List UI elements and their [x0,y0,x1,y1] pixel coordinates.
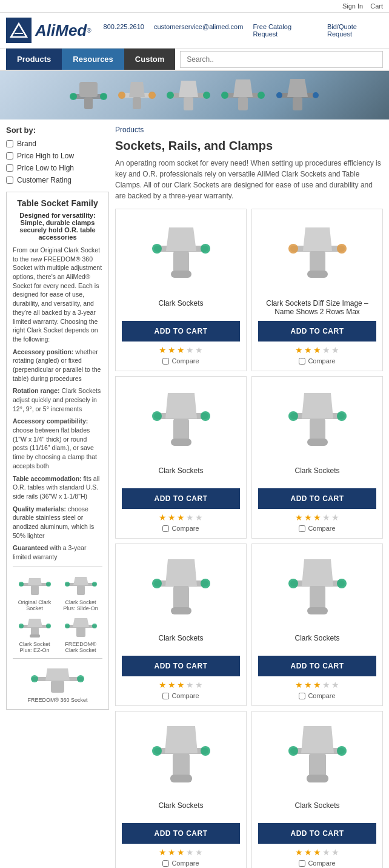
svg-point-52 [31,675,38,682]
svg-rect-92 [173,753,190,776]
svg-marker-34 [73,577,88,585]
add-to-cart-button-7[interactable]: ADD TO CART [122,823,240,844]
compare-checkbox-6[interactable] [299,693,305,699]
add-to-cart-button-8[interactable]: ADD TO CART [258,823,376,844]
product-name-5: Clark Sockets [158,634,203,651]
product-socket-svg-7 [151,721,211,793]
add-to-cart-button-1[interactable]: ADD TO CART [122,321,240,341]
compare-checkbox-8[interactable] [299,860,305,867]
socket-item-original: Original Clark Socket [13,572,56,611]
phone-link[interactable]: 800.225.2610 [104,23,144,38]
svg-marker-24 [287,79,308,97]
svg-rect-25 [293,97,302,110]
svg-rect-10 [133,97,141,109]
product-image-4 [258,383,376,462]
cart-link[interactable]: Cart [370,2,383,10]
svg-marker-39 [27,619,42,627]
product-socket-svg-1 [151,218,211,291]
signin-link[interactable]: Sign In [342,2,363,10]
compare-label-1: Compare [171,357,199,365]
nav-products[interactable]: Products [6,49,62,70]
svg-rect-5 [84,97,93,109]
header: AliMed® 800.225.2610 customerservice@ali… [0,13,389,49]
socket-family-grid: Original Clark Socket Clark Socket Plus:… [13,572,102,653]
svg-point-6 [70,93,77,100]
sidebar: Sort by: Brand Price High to Low Price L… [6,126,109,868]
sort-price-low[interactable]: Price Low to High [6,164,109,172]
svg-point-7 [100,93,107,100]
sort-brand-checkbox[interactable] [6,140,13,147]
svg-rect-46 [76,627,85,637]
table-socket-info: Table Socket Family Designed for versati… [6,192,109,710]
svg-marker-61 [303,227,332,251]
star-rating-4: ★ ★ ★ ★ ★ [295,513,339,522]
compare-row-5: Compare [162,692,199,699]
product-image-3 [122,383,240,462]
svg-point-94 [152,746,162,756]
catalog-link[interactable]: Free Catalog Request [253,23,318,38]
product-name-8: Clark Sockets [294,801,339,818]
svg-rect-15 [184,97,193,110]
breadcrumb[interactable]: Products [115,126,383,134]
svg-point-76 [288,411,298,421]
compare-checkbox-5[interactable] [162,693,169,699]
sort-brand[interactable]: Brand [6,140,109,148]
svg-point-21 [221,92,228,99]
sort-price-high-checkbox[interactable] [6,152,13,160]
svg-point-88 [288,579,298,588]
svg-rect-63 [307,271,328,278]
svg-marker-97 [301,726,334,753]
add-to-cart-button-5[interactable]: ADD TO CART [122,656,240,676]
add-to-cart-button-4[interactable]: ADD TO CART [258,488,376,509]
logo[interactable]: AliMed® [6,18,91,43]
star-rating-2: ★ ★ ★ ★ ★ [295,345,339,355]
banner-clamp-5 [273,76,322,115]
add-to-cart-button-3[interactable]: ADD TO CART [122,488,240,509]
svg-rect-62 [310,251,325,272]
navigation: Products Resources Custom [0,49,389,71]
product-name-3: Clark Sockets [158,466,203,483]
svg-point-42 [19,624,24,628]
socket-item-freedom: FREEDOM® Clark Socket [59,614,102,653]
sort-rating[interactable]: Customer Rating [6,176,109,184]
top-bar: Sign In Cart [0,0,389,13]
svg-marker-29 [28,578,42,585]
product-name-6: Clark Sockets [294,634,339,651]
banner-clamp-1 [67,76,110,115]
sort-price-low-checkbox[interactable] [6,164,13,172]
compare-row-2: Compare [299,357,335,365]
bid-link[interactable]: Bid/Quote Request [327,23,383,38]
svg-point-82 [152,579,162,588]
svg-rect-80 [173,586,189,609]
svg-rect-69 [171,439,191,446]
add-to-cart-button-6[interactable]: ADD TO CART [258,656,376,676]
svg-point-27 [313,92,319,98]
product-name-7: Clark Sockets [158,801,203,818]
svg-point-31 [19,582,24,587]
svg-point-47 [65,624,70,628]
socket-ezon-icon [18,614,52,641]
compare-checkbox-3[interactable] [162,525,169,532]
compare-checkbox-2[interactable] [299,358,305,365]
svg-rect-4 [79,82,98,97]
svg-point-43 [46,624,51,628]
compare-checkbox-7[interactable] [162,860,169,867]
compare-row-8: Compare [299,860,335,867]
socket-family-subtitle: Designed for versatility: Simple, durabl… [13,212,102,241]
svg-point-11 [118,92,125,99]
add-to-cart-button-2[interactable]: ADD TO CART [258,321,376,341]
banner-content [67,76,322,115]
compare-checkbox-4[interactable] [299,525,305,532]
sort-price-high[interactable]: Price High to Low [6,152,109,160]
svg-marker-67 [165,393,197,419]
nav-resources[interactable]: Resources [62,49,124,70]
svg-rect-93 [170,775,192,782]
product-image-6 [258,550,376,629]
search-input[interactable] [180,51,383,68]
nav-custom[interactable]: Custom [124,49,175,70]
svg-point-58 [152,244,162,254]
compare-checkbox-1[interactable] [162,358,169,365]
svg-rect-35 [77,585,85,595]
sort-rating-checkbox[interactable] [6,177,13,184]
email-link[interactable]: customerservice@alimed.com [154,23,244,38]
